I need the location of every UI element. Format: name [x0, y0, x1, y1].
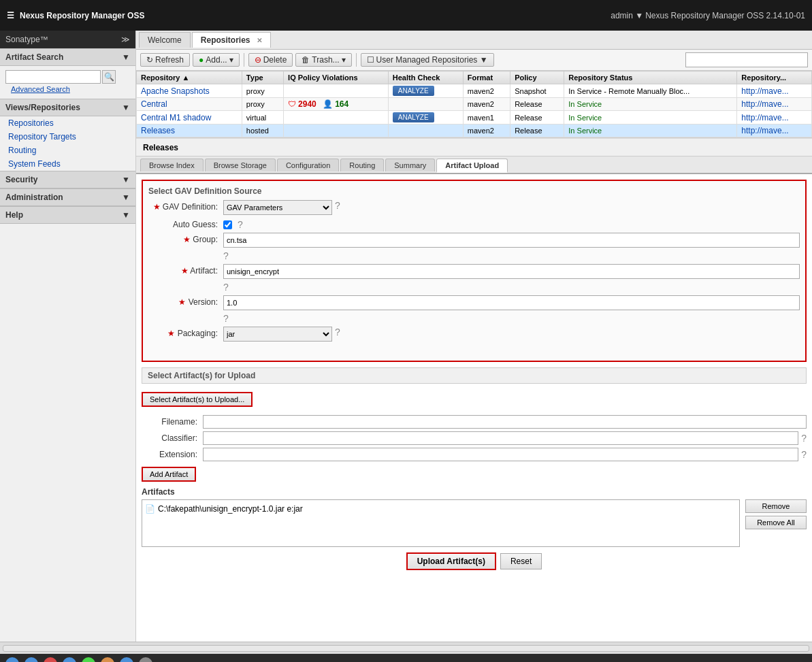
sidebar-item-repositories[interactable]: Repositories — [0, 116, 135, 130]
artifact-row: ★ Artifact: — [148, 264, 800, 279]
scroll-track[interactable] — [3, 645, 809, 652]
tab-summary[interactable]: Summary — [385, 159, 435, 171]
group-help-icon[interactable]: ? — [223, 250, 229, 261]
repo-policy-m1: Release — [510, 111, 564, 125]
repo-health-releases — [388, 125, 463, 137]
upload-artifacts-button[interactable]: Upload Artifact(s) — [406, 552, 496, 570]
tab-repositories[interactable]: Repositories ✕ — [192, 32, 271, 48]
refresh-button[interactable]: ↻ Refresh — [140, 53, 190, 67]
filename-input[interactable] — [203, 415, 807, 429]
security-label: Security — [5, 175, 37, 184]
group-input[interactable] — [223, 233, 800, 248]
iq-count-red: 2940 — [298, 99, 316, 109]
tab-browse-storage[interactable]: Browse Storage — [205, 159, 276, 171]
repo-name-apache[interactable]: Apache Snapshots — [141, 86, 210, 96]
statusbar-icon-3[interactable] — [44, 657, 57, 662]
packaging-help-icon[interactable]: ? — [335, 327, 340, 337]
extension-help-icon[interactable]: ? — [801, 449, 807, 460]
repo-status-m1: In Service — [564, 111, 737, 125]
advanced-search-link[interactable]: Advanced Search — [5, 84, 130, 95]
repository-table: Repository ▲ Type IQ Policy Violations H… — [136, 71, 812, 137]
packaging-select[interactable]: jar war pom ear zip — [223, 327, 332, 342]
search-button[interactable]: 🔍 — [102, 70, 116, 84]
sidebar-item-repo-targets[interactable]: Repository Targets — [0, 130, 135, 144]
analyze-btn-apache[interactable]: ANALYZE — [393, 86, 434, 96]
statusbar-icon-6[interactable] — [101, 657, 114, 662]
artifact-help-icon[interactable]: ? — [223, 282, 229, 293]
artifact-input[interactable] — [223, 264, 800, 279]
extension-input[interactable] — [203, 448, 798, 461]
help-collapse-icon[interactable]: ▼ — [122, 210, 130, 220]
gav-definition-label: ★ GAV Definition: — [148, 200, 223, 212]
artifact-filename: C:\fakepath\unisign_encrypt-1.0.jar e:ja… — [158, 504, 303, 514]
repo-iq-central: 🛡 2940 👤 164 — [284, 98, 389, 111]
statusbar-icon-4[interactable] — [63, 657, 76, 662]
sidebar-item-routing[interactable]: Routing — [0, 144, 135, 157]
views-repositories-collapse-icon[interactable]: ▼ — [122, 103, 130, 112]
repo-url-releases[interactable]: http://mave... — [737, 125, 812, 137]
sidebar-collapse-icon[interactable]: ≫ — [121, 35, 130, 44]
select-artifacts-button[interactable]: Select Artifact(s) to Upload... — [142, 392, 253, 407]
gav-definition-help-icon[interactable]: ? — [335, 200, 340, 211]
toolbar-search-input[interactable] — [685, 52, 808, 67]
repo-policy-releases: Release — [510, 125, 564, 137]
add-artifact-button[interactable]: Add Artifact — [142, 467, 196, 482]
close-repositories-tab-icon[interactable]: ✕ — [257, 37, 262, 44]
repository-table-container: Repository ▲ Type IQ Policy Violations H… — [136, 71, 812, 138]
repo-name-central[interactable]: Central — [141, 99, 167, 109]
security-collapse-icon[interactable]: ▼ — [122, 175, 130, 184]
repo-name-releases[interactable]: Releases — [141, 126, 175, 135]
refresh-icon: ↻ — [146, 55, 153, 65]
statusbar-icon-8[interactable] — [139, 657, 152, 662]
user-managed-repos-button[interactable]: ☐ User Managed Repositories ▼ — [361, 53, 494, 67]
trash-button[interactable]: 🗑 Trash... ▾ — [295, 53, 351, 67]
delete-button[interactable]: ⊖ Delete — [248, 53, 293, 67]
repo-url-m1[interactable]: http://mave... — [737, 111, 812, 125]
tab-configuration[interactable]: Configuration — [277, 159, 339, 171]
table-row: Central proxy 🛡 2940 👤 164 — [137, 98, 812, 111]
packaging-label: ★ Packaging: — [148, 327, 223, 338]
remove-all-button[interactable]: Remove All — [745, 516, 807, 529]
statusbar-icon-5[interactable] — [82, 657, 95, 662]
admin-name[interactable]: admin ▼ — [611, 11, 643, 20]
repo-name-m1[interactable]: Central M1 shadow — [141, 113, 211, 122]
repo-url-apache[interactable]: http://mave... — [737, 84, 812, 98]
artifact-label: ★ Artifact: — [148, 264, 223, 276]
reset-button[interactable]: Reset — [500, 553, 542, 569]
extension-row: Extension: ? — [142, 448, 807, 461]
menu-hamburger-icon[interactable]: ☰ — [7, 11, 14, 20]
search-input[interactable] — [5, 70, 101, 84]
sidebar-item-system-feeds[interactable]: System Feeds — [0, 157, 135, 171]
version-input[interactable] — [223, 295, 800, 310]
auto-guess-help-icon[interactable]: ? — [238, 219, 243, 230]
classifier-help-icon[interactable]: ? — [801, 433, 807, 444]
repo-policy-apache: Snapshot — [510, 84, 564, 98]
statusbar-icon-2[interactable] — [25, 657, 38, 662]
administration-collapse-icon[interactable]: ▼ — [122, 193, 130, 202]
gav-definition-select[interactable]: GAV Parameters From POM Auto Guess — [223, 200, 332, 215]
toolbar-separator-2 — [356, 53, 357, 67]
tab-welcome[interactable]: Welcome — [139, 32, 191, 48]
tab-browse-index[interactable]: Browse Index — [140, 159, 204, 171]
releases-title: Releases — [143, 143, 178, 152]
administration-label: Administration — [5, 193, 63, 202]
artifact-search-collapse-icon[interactable]: ▼ — [122, 52, 130, 62]
tab-routing[interactable]: Routing — [340, 159, 384, 171]
artifacts-label: Artifacts — [142, 487, 807, 497]
administration-section: Administration ▼ — [0, 188, 135, 206]
statusbar-icon-7[interactable] — [120, 657, 133, 662]
auto-guess-checkbox[interactable] — [223, 220, 232, 229]
statusbar-icon-1[interactable] — [5, 657, 19, 662]
shield-icon: 🛡 — [288, 99, 296, 109]
tab-artifact-upload[interactable]: Artifact Upload — [436, 159, 508, 173]
remove-button[interactable]: Remove — [745, 499, 807, 513]
analyze-btn-m1[interactable]: ANALYZE — [393, 112, 434, 122]
version-help-icon[interactable]: ? — [223, 313, 229, 324]
repo-url-central[interactable]: http://mave... — [737, 98, 812, 111]
version-row: ★ Version: — [148, 295, 800, 310]
add-button[interactable]: ● Add... ▾ — [193, 53, 240, 67]
upload-section: Select Artifact(s) for Upload Select Art… — [142, 367, 807, 576]
upload-section-title: Select Artifact(s) for Upload — [142, 367, 807, 384]
views-repositories-section: Views/Repositories ▼ — [0, 99, 135, 116]
classifier-input[interactable] — [203, 431, 798, 445]
